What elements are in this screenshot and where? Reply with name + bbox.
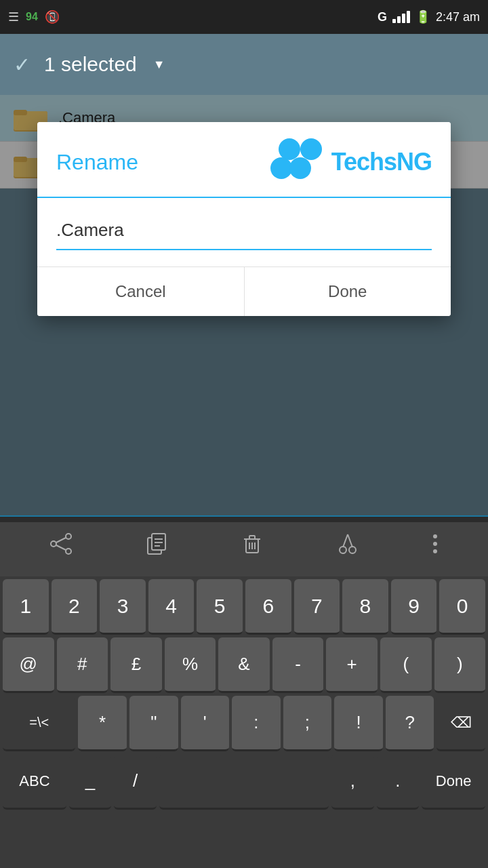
key-comma[interactable]: , bbox=[331, 754, 374, 810]
logo-circle-bottom-left bbox=[270, 157, 292, 179]
done-button[interactable]: Done bbox=[245, 267, 451, 316]
dropdown-arrow-icon[interactable]: ▼ bbox=[153, 58, 165, 72]
cut-icon[interactable] bbox=[336, 532, 359, 561]
key-underscore[interactable]: _ bbox=[69, 754, 112, 810]
time-display: 2:47 am bbox=[436, 10, 480, 24]
key-done[interactable]: Done bbox=[422, 754, 485, 810]
key-percent[interactable]: % bbox=[165, 637, 216, 693]
delete-icon[interactable] bbox=[241, 532, 264, 561]
svg-point-27 bbox=[433, 542, 437, 546]
svg-line-24 bbox=[343, 534, 348, 547]
dialog-body bbox=[37, 198, 451, 250]
key-plus[interactable]: + bbox=[326, 637, 378, 693]
logo-circle-top-right bbox=[300, 138, 322, 160]
dialog-title: Rename bbox=[56, 150, 138, 175]
network-type: G bbox=[378, 10, 387, 24]
action-bar: ✓ 1 selected ▼ bbox=[0, 34, 488, 95]
keyboard-symbol-row2: =\< * " ' : ; ! ? ⌫ bbox=[0, 693, 488, 751]
key-quote[interactable]: " bbox=[129, 696, 178, 751]
input-wrapper bbox=[56, 217, 432, 250]
status-icons-left: ☰ 94 📵 bbox=[8, 9, 60, 24]
key-5[interactable]: 5 bbox=[197, 579, 243, 635]
status-bar: ☰ 94 📵 G 🔋 2:47 am bbox=[0, 0, 488, 34]
dialog-header: Rename TechsNG bbox=[37, 122, 451, 198]
key-colon[interactable]: : bbox=[232, 696, 281, 751]
key-asterisk[interactable]: * bbox=[78, 696, 127, 751]
selection-count: 1 selected bbox=[44, 53, 137, 76]
svg-point-22 bbox=[340, 547, 346, 553]
key-0[interactable]: 0 bbox=[439, 579, 485, 635]
copy-icon[interactable] bbox=[145, 532, 168, 561]
key-slash[interactable]: / bbox=[114, 754, 157, 810]
check-icon: ✓ bbox=[14, 53, 30, 77]
svg-point-7 bbox=[51, 541, 56, 547]
logo-circle-bottom-center bbox=[289, 157, 311, 179]
techsng-logo: TechsNG bbox=[270, 138, 432, 186]
key-9[interactable]: 9 bbox=[391, 579, 437, 635]
key-question[interactable]: ? bbox=[386, 696, 434, 751]
key-7[interactable]: 7 bbox=[294, 579, 340, 635]
svg-point-8 bbox=[66, 549, 71, 554]
share-icon[interactable] bbox=[49, 532, 73, 561]
dialog-actions: Cancel Done bbox=[37, 267, 451, 316]
key-open-paren[interactable]: ( bbox=[380, 637, 432, 693]
battery-icon: 🔋 bbox=[415, 9, 430, 24]
dialog-overlay: Rename TechsNG bbox=[0, 95, 488, 522]
svg-point-23 bbox=[349, 547, 356, 553]
svg-point-26 bbox=[433, 534, 437, 538]
key-8[interactable]: 8 bbox=[342, 579, 388, 635]
key-pound[interactable]: £ bbox=[110, 637, 162, 693]
key-period[interactable]: . bbox=[377, 754, 420, 810]
key-hash[interactable]: # bbox=[57, 637, 108, 693]
rename-input[interactable] bbox=[56, 217, 432, 243]
key-apostrophe[interactable]: ' bbox=[181, 696, 230, 751]
key-ampersand[interactable]: & bbox=[218, 637, 270, 693]
key-semicolon[interactable]: ; bbox=[283, 696, 332, 751]
phone-icon: 📵 bbox=[45, 9, 60, 24]
keyboard-bottom-row: ABC _ / , . Done bbox=[0, 751, 488, 810]
logo-circles-container bbox=[270, 138, 325, 186]
key-minus[interactable]: - bbox=[272, 637, 324, 693]
svg-line-25 bbox=[348, 534, 352, 547]
svg-point-6 bbox=[66, 534, 71, 539]
keyboard-symbol-row1: @ # £ % & - + ( ) bbox=[0, 635, 488, 693]
key-equals-backslash[interactable]: =\< bbox=[3, 696, 75, 751]
status-icons-right: G 🔋 2:47 am bbox=[378, 9, 480, 24]
sim-icon: ☰ bbox=[8, 9, 19, 24]
key-2[interactable]: 2 bbox=[52, 579, 98, 635]
signal-bars bbox=[392, 11, 410, 23]
key-close-paren[interactable]: ) bbox=[434, 637, 486, 693]
svg-point-28 bbox=[433, 549, 437, 553]
key-at[interactable]: @ bbox=[3, 637, 54, 693]
svg-rect-18 bbox=[249, 536, 255, 539]
battery-percent-icon: 94 bbox=[26, 11, 38, 23]
key-exclamation[interactable]: ! bbox=[334, 696, 383, 751]
svg-line-9 bbox=[56, 538, 66, 542]
rename-dialog: Rename TechsNG bbox=[37, 122, 451, 316]
key-4[interactable]: 4 bbox=[148, 579, 195, 635]
file-list-area: .Camera Rename TechsN bbox=[0, 95, 488, 522]
key-space[interactable] bbox=[159, 754, 329, 810]
cancel-button[interactable]: Cancel bbox=[37, 267, 245, 316]
key-3[interactable]: 3 bbox=[100, 579, 146, 635]
key-abc[interactable]: ABC bbox=[3, 754, 66, 810]
bottom-toolbar bbox=[0, 515, 488, 576]
keyboard-number-row: 1 2 3 4 5 6 7 8 9 0 bbox=[0, 576, 488, 635]
logo-text: TechsNG bbox=[331, 148, 432, 176]
more-options-icon[interactable] bbox=[432, 532, 439, 561]
key-backspace[interactable]: ⌫ bbox=[436, 696, 485, 751]
svg-line-10 bbox=[56, 545, 66, 550]
keyboard: 1 2 3 4 5 6 7 8 9 0 @ # £ % & - + ( ) =\… bbox=[0, 576, 488, 868]
key-1[interactable]: 1 bbox=[3, 579, 49, 635]
key-6[interactable]: 6 bbox=[245, 579, 291, 635]
